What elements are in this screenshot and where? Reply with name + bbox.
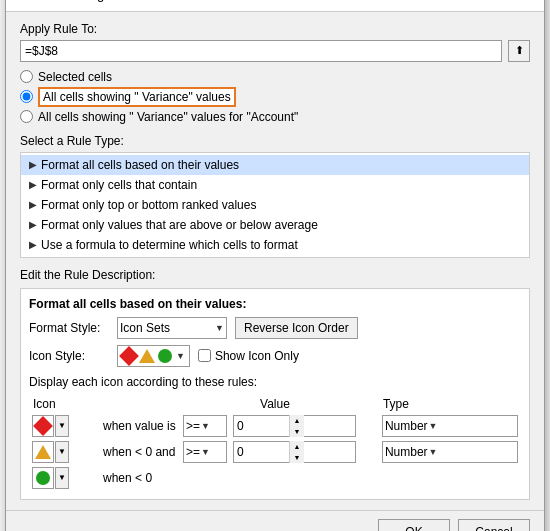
table-row: ▼ when value is >= ▼ — [29, 413, 521, 439]
arrow-icon-2: ▶ — [29, 199, 37, 210]
row1-icon-group: ▼ — [32, 415, 97, 437]
format-all-label: Format all cells based on their values: — [29, 297, 521, 311]
show-icon-only-checkbox[interactable] — [198, 349, 211, 362]
show-icon-only-label: Show Icon Only — [215, 349, 299, 363]
row1-operator-select[interactable]: >= ▼ — [183, 415, 227, 437]
icon-style-dropdown-icon: ▼ — [176, 351, 185, 361]
row3-condition-text: when < 0 — [103, 471, 152, 485]
radio-all-variance: All cells showing " Variance" values — [20, 87, 530, 107]
row1-operator: >= ▼ — [180, 413, 230, 439]
row2-operator-arrow: ▼ — [201, 447, 210, 457]
col-operator — [180, 395, 230, 413]
rule-type-list: ▶ Format all cells based on their values… — [20, 152, 530, 258]
radio-selected-cells: Selected cells — [20, 70, 530, 84]
row3-operator — [180, 465, 230, 491]
arrow-icon-0: ▶ — [29, 159, 37, 170]
edit-rule-section: Format all cells based on their values: … — [20, 288, 530, 500]
rule-type-item-1[interactable]: ▶ Format only cells that contain — [21, 175, 529, 195]
rule-type-item-3[interactable]: ▶ Format only values that are above or b… — [21, 215, 529, 235]
row2-type-cell: Number ▼ — [379, 439, 521, 465]
row2-spin-down[interactable]: ▼ — [290, 452, 304, 463]
rule-type-label: Select a Rule Type: — [20, 134, 530, 148]
row3-circle-icon — [36, 471, 50, 485]
row1-condition-text: when value is — [103, 419, 176, 433]
rule-type-item-3-label: Format only values that are above or bel… — [41, 218, 318, 232]
row1-condition: when value is — [100, 413, 180, 439]
rule-type-item-4[interactable]: ▶ Use a formula to determine which cells… — [21, 235, 529, 255]
diamond-icon — [119, 346, 139, 366]
row1-icon-box — [32, 415, 54, 437]
row2-icon-box — [32, 441, 54, 463]
rule-type-item-2[interactable]: ▶ Format only top or bottom ranked value… — [21, 195, 529, 215]
rule-type-item-2-label: Format only top or bottom ranked values — [41, 198, 256, 212]
col-spacer-1 — [100, 395, 180, 413]
radio-all-variance-account-label: All cells showing " Variance" values for… — [38, 110, 298, 124]
rule-type-item-0[interactable]: ▶ Format all cells based on their values — [21, 155, 529, 175]
row2-spinner: ▲ ▼ — [289, 441, 304, 463]
radio-group: Selected cells All cells showing " Varia… — [20, 70, 530, 124]
row3-value-cell — [230, 465, 359, 491]
format-style-row: Format Style: Icon Sets ▼ Reverse Icon O… — [29, 317, 521, 339]
row2-spin-up[interactable]: ▲ — [290, 441, 304, 452]
display-rules-label: Display each icon according to these rul… — [29, 375, 521, 389]
apply-rule-input[interactable] — [20, 40, 502, 62]
row2-spacer — [359, 439, 379, 465]
title-bar-buttons: ? ✕ — [490, 0, 534, 5]
radio-all-variance-input[interactable] — [20, 90, 33, 103]
row2-icon-dropdown[interactable]: ▼ — [55, 441, 69, 463]
row1-icon-dropdown[interactable]: ▼ — [55, 415, 69, 437]
triangle-icon — [139, 349, 155, 363]
show-icon-only: Show Icon Only — [198, 349, 299, 363]
row1-type-select[interactable]: Number ▼ — [382, 415, 518, 437]
col-icon: Icon — [29, 395, 100, 413]
row2-operator-value: >= — [186, 445, 200, 459]
row3-icon-box — [32, 467, 54, 489]
radio-all-variance-account-input[interactable] — [20, 110, 33, 123]
edit-rule-header: Edit the Rule Description: — [20, 268, 530, 282]
row1-operator-arrow: ▼ — [201, 421, 210, 431]
title-bar: Edit Formatting Rule ? ✕ — [6, 0, 544, 12]
rule-type-item-0-label: Format all cells based on their values — [41, 158, 239, 172]
col-spacer-2 — [359, 395, 379, 413]
row3-icon-dropdown[interactable]: ▼ — [55, 467, 69, 489]
icon-style-select[interactable]: ▼ — [117, 345, 190, 367]
row2-type-select[interactable]: Number ▼ — [382, 441, 518, 463]
row2-value-wrap: ▲ ▼ — [233, 441, 356, 463]
help-button[interactable]: ? — [490, 0, 510, 5]
row2-type-value: Number — [385, 445, 428, 459]
row2-condition: when < 0 and — [100, 439, 180, 465]
format-style-select[interactable]: Icon Sets ▼ — [117, 317, 227, 339]
row1-icon-cell: ▼ — [29, 413, 100, 439]
row2-icon-cell: ▼ — [29, 439, 100, 465]
row1-value-cell: ▲ ▼ — [230, 413, 359, 439]
row1-spin-down[interactable]: ▼ — [290, 426, 304, 437]
edit-formatting-rule-dialog: Edit Formatting Rule ? ✕ Apply Rule To: … — [5, 0, 545, 531]
row2-operator: >= ▼ — [180, 439, 230, 465]
row2-condition-text: when < 0 and — [103, 445, 175, 459]
radio-selected-cells-label: Selected cells — [38, 70, 112, 84]
row1-value-input[interactable] — [234, 416, 289, 436]
row2-triangle-icon — [35, 445, 51, 459]
dialog-body: Apply Rule To: ⬆ Selected cells All cell… — [6, 12, 544, 510]
rule-type-section: Select a Rule Type: ▶ Format all cells b… — [20, 134, 530, 258]
row1-spin-up[interactable]: ▲ — [290, 415, 304, 426]
apply-rule-upload-button[interactable]: ⬆ — [508, 40, 530, 62]
table-row: ▼ when < 0 — [29, 465, 521, 491]
row2-value-input[interactable] — [234, 442, 289, 462]
radio-selected-cells-input[interactable] — [20, 70, 33, 83]
ok-button[interactable]: OK — [378, 519, 450, 532]
row1-type-value: Number — [385, 419, 428, 433]
row1-type-cell: Number ▼ — [379, 413, 521, 439]
close-button[interactable]: ✕ — [514, 0, 534, 5]
cancel-button[interactable]: Cancel — [458, 519, 530, 532]
format-style-dropdown-icon: ▼ — [215, 323, 224, 333]
reverse-icon-order-button[interactable]: Reverse Icon Order — [235, 317, 358, 339]
row2-value-cell: ▲ ▼ — [230, 439, 359, 465]
row1-type-arrow: ▼ — [429, 421, 438, 431]
dialog-title: Edit Formatting Rule — [16, 0, 135, 2]
row3-type-cell — [379, 465, 521, 491]
row2-operator-select[interactable]: >= ▼ — [183, 441, 227, 463]
row1-value-wrap: ▲ ▼ — [233, 415, 356, 437]
icons-display — [122, 349, 172, 363]
icon-style-row: Icon Style: ▼ Show Icon Only — [29, 345, 521, 367]
